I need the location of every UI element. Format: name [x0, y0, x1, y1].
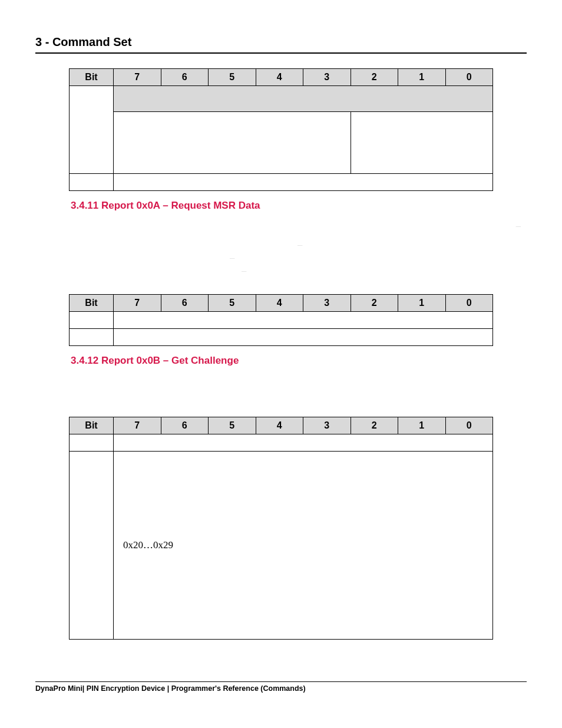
th-4: 4 — [256, 69, 303, 86]
th-5: 5 — [209, 417, 256, 434]
th-2: 2 — [351, 69, 398, 86]
cell-right — [351, 112, 493, 174]
cell-bit — [70, 312, 114, 329]
th-7: 7 — [114, 417, 161, 434]
th-0: 0 — [445, 417, 493, 434]
table-row — [70, 112, 493, 174]
table-2: Bit 7 6 5 4 3 2 1 0 — [69, 294, 493, 346]
th-1: 1 — [398, 69, 446, 86]
table-row: Bit 7 6 5 4 3 2 1 0 — [70, 69, 493, 86]
section-heading-3-4-12: 3.4.12 Report 0x0B – Get Challenge — [71, 355, 527, 367]
dash-icon: – — [242, 265, 246, 275]
th-0: 0 — [445, 69, 493, 86]
page-title: 3 - Command Set — [35, 35, 527, 54]
th-6: 6 — [161, 69, 209, 86]
cell-wide — [114, 434, 493, 452]
cell-shaded — [114, 86, 493, 112]
table-row — [70, 174, 493, 191]
table-row — [70, 434, 493, 452]
dash-icon: – — [516, 220, 521, 230]
table-row — [70, 329, 493, 346]
dash-icon: – — [230, 252, 234, 262]
table-row: Bit 7 6 5 4 3 2 1 0 — [70, 295, 493, 312]
table-row — [70, 312, 493, 329]
th-1: 1 — [398, 295, 446, 312]
th-3: 3 — [303, 417, 351, 434]
cell-wide-left — [114, 112, 351, 174]
table-3: Bit 7 6 5 4 3 2 1 0 0x20…0x29 — [69, 417, 493, 640]
cell-wide — [114, 312, 493, 329]
th-2: 2 — [351, 417, 398, 434]
th-bit: Bit — [70, 69, 114, 86]
th-4: 4 — [256, 417, 303, 434]
th-5: 5 — [209, 69, 256, 86]
page: 3 - Command Set Bit 7 6 5 4 3 2 1 0 — [0, 0, 562, 728]
hex-range-text: 0x20…0x29 — [117, 539, 489, 551]
th-0: 0 — [445, 295, 493, 312]
spacer — [35, 375, 527, 417]
cell-wide — [114, 329, 493, 346]
table-row: 0x20…0x29 — [70, 452, 493, 640]
table-1: Bit 7 6 5 4 3 2 1 0 — [69, 68, 493, 191]
th-6: 6 — [161, 295, 209, 312]
th-2: 2 — [351, 295, 398, 312]
table-row — [70, 86, 493, 112]
th-bit: Bit — [70, 417, 114, 434]
th-5: 5 — [209, 295, 256, 312]
table-row: Bit 7 6 5 4 3 2 1 0 — [70, 417, 493, 434]
ghost-paragraph: – – – – — [71, 220, 527, 276]
cell-bit — [70, 452, 114, 640]
th-1: 1 — [398, 417, 446, 434]
th-4: 4 — [256, 295, 303, 312]
th-3: 3 — [303, 69, 351, 86]
dash-icon: – — [297, 239, 302, 249]
th-7: 7 — [114, 69, 161, 86]
cell-content: 0x20…0x29 — [114, 452, 493, 640]
cell-wide — [114, 174, 493, 191]
cell-bit — [70, 174, 114, 191]
cell-bit — [70, 329, 114, 346]
footer-text: DynaPro Mini| PIN Encryption Device | Pr… — [35, 681, 527, 693]
cell-bit — [70, 86, 114, 174]
th-3: 3 — [303, 295, 351, 312]
section-heading-3-4-11: 3.4.11 Report 0x0A – Request MSR Data — [71, 200, 527, 212]
th-6: 6 — [161, 417, 209, 434]
th-bit: Bit — [70, 295, 114, 312]
cell-bit — [70, 434, 114, 452]
th-7: 7 — [114, 295, 161, 312]
